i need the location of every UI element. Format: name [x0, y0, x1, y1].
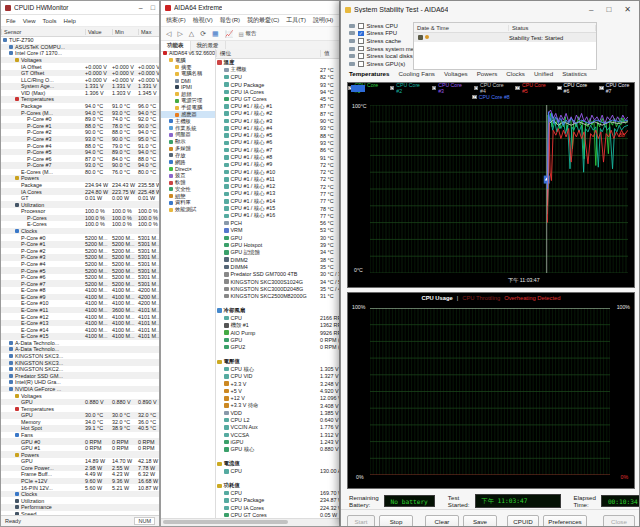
sensor-row[interactable]: GPU 記憶體34 °C	[216, 249, 339, 256]
table-row[interactable]: Core Power...2.98 W2.55 W7.78 W	[1, 465, 159, 472]
sensor-row[interactable]: CPU #1 / 核心 #1272 °C	[216, 183, 339, 190]
table-row[interactable]: GT0.01 W0.00 W0.01 W	[1, 195, 159, 202]
tree-item[interactable]: 感應器	[161, 111, 215, 118]
table-row[interactable]: E-Core #144100 M...4100 M...4101 M...	[1, 326, 159, 333]
cpuid-button[interactable]: CPUID	[507, 515, 539, 527]
sensor-row[interactable]: VDD1.385 V	[216, 409, 339, 416]
up-icon[interactable]: △	[188, 30, 195, 38]
tree-item[interactable]: 安全性	[161, 186, 215, 193]
table-row[interactable]: Powers	[1, 175, 159, 182]
sensor-row[interactable]: AIO Pump9926 RPM	[216, 329, 339, 336]
chart-icon[interactable]: 📈	[224, 30, 235, 38]
tree-item[interactable]: 資料庫	[161, 200, 215, 207]
sensor-row[interactable]: CPU Package93 °C	[216, 81, 339, 88]
tree-item[interactable]: 組態	[161, 193, 215, 200]
table-row[interactable]: Powers	[1, 451, 159, 458]
table-row[interactable]: P-Cores (M...94.0 °C93.0 °C94.0 °C	[1, 109, 159, 116]
sensor-row[interactable]: KINGSTON SKC3000D2048G35 °C / 44 °C	[216, 285, 339, 292]
legend-checkbox[interactable]: ✓	[515, 86, 520, 91]
tree-item[interactable]: 摘要	[161, 64, 215, 71]
tree-item[interactable]: AIDA64 v6.92.6600	[161, 50, 215, 57]
checkbox[interactable]	[358, 46, 364, 52]
sensor-row[interactable]: KINGSTON SKC2500M82000G31 °C	[216, 293, 339, 300]
tree-item[interactable]: 多媒體	[161, 145, 215, 152]
sensor-row[interactable]: CPU #1 / 核心 #1578 °C	[216, 205, 339, 212]
checkbox[interactable]	[358, 38, 364, 44]
table-row[interactable]: E-Core #124100 M...4100 M...4101 M...	[1, 313, 159, 320]
tree-item[interactable]: 顯示	[161, 138, 215, 145]
table-row[interactable]: Package234.94 W234.43 W235.58 W	[1, 182, 159, 189]
table-row[interactable]: P-Core #089.0 °C74.0 °C92.0 °C	[1, 116, 159, 123]
legend-checkbox[interactable]: ✓	[432, 86, 437, 91]
menu-item[interactable]: 我的最愛(C)	[247, 16, 279, 25]
table-row[interactable]: LLC/Ring O...+0.000 V+0.000 V+0.000 V	[1, 76, 159, 83]
table-row[interactable]: TUF-Z790	[1, 37, 159, 44]
legend-item[interactable]: ✓CPU Core #8	[472, 94, 509, 100]
sensor-row[interactable]: CPU #1 / 核心 #693 °C	[216, 139, 339, 146]
table-row[interactable]: Fans	[1, 432, 159, 439]
sensor-row[interactable]: GPU20 RPM (0%)	[216, 344, 339, 351]
sensor-row[interactable]: CPU #1 / 核心 #1477 °C	[216, 198, 339, 205]
sensor-row[interactable]: Predator SSD GM7000 4TB30 °C / 30 °C	[216, 271, 339, 278]
table-row[interactable]: Frame Buff...4.49 W4.23 W6.32 W	[1, 471, 159, 478]
table-row[interactable]: Clocks	[1, 228, 159, 235]
table-row[interactable]: Intel(R) UHD Gra...	[1, 379, 159, 386]
checkbox[interactable]: ✓	[358, 31, 364, 37]
sensor-row[interactable]: iGPU1.243 V	[216, 438, 339, 445]
sensor-row[interactable]: CPU #1 / 核心 #891 °C	[216, 154, 339, 161]
tree-item[interactable]: 效能測試	[161, 206, 215, 213]
table-row[interactable]: GPU14.89 W14.70 W42.18 W	[1, 458, 159, 465]
tree-item[interactable]: 電腦名稱	[161, 70, 215, 77]
legend-item[interactable]: ✓CPU Core #4	[474, 82, 509, 94]
tree-item[interactable]: IPMI	[161, 84, 215, 91]
sensor-row[interactable]: CPU #1 / 核心 #1677 °C	[216, 212, 339, 219]
aida64-titlebar[interactable]: AIDA64 Extreme	[161, 1, 339, 15]
table-row[interactable]: ASUSTeK COMPU...	[1, 44, 159, 51]
sensor-row[interactable]: CPU #1 / 核心 #1072 °C	[216, 168, 339, 175]
legend-item[interactable]: ✓CPU Core #5	[515, 82, 550, 94]
table-row[interactable]: KINGSTON SKC2...	[1, 366, 159, 373]
column-header[interactable]: 值	[320, 50, 339, 57]
legend-checkbox[interactable]: ✓	[599, 86, 604, 91]
sensor-row[interactable]: +5 V4.920 V	[216, 387, 339, 394]
column-header[interactable]: Date & Time	[414, 25, 509, 31]
table-row[interactable]: 16-PIN 12V...5.60 W5.21 W10.87 W	[1, 484, 159, 491]
table-row[interactable]: VID (Max)1.306 V1.303 V1.345 V	[1, 90, 159, 97]
table-row[interactable]: Performance	[1, 504, 159, 511]
table-row[interactable]: System Age...1.331 V1.331 V1.331 V	[1, 83, 159, 90]
table-row[interactable]: KINGSTON SKC3...	[1, 353, 159, 360]
refresh-icon[interactable]: ⟳	[199, 30, 207, 38]
menu-item[interactable]: 報告(R)	[220, 16, 240, 25]
sensor-row[interactable]: CPU82 °C	[216, 74, 339, 81]
tree-item[interactable]: 伺服器	[161, 132, 215, 139]
table-row[interactable]: P-Core #188.0 °C78.0 °C90.0 °C	[1, 123, 159, 130]
sensor-row[interactable]: CPU IA Cores224.32 W	[216, 504, 339, 511]
sensor-row[interactable]: CPU #1 / 核心 #287 °C	[216, 110, 339, 117]
column-header[interactable]: Status	[509, 25, 596, 31]
clear-button[interactable]: Clear	[425, 515, 459, 527]
table-row[interactable]: A-Data Technolo...	[1, 340, 159, 347]
sensor-row[interactable]: 機殼 #11362 RPM	[216, 322, 339, 329]
legend-item[interactable]: ✓CPU Core #7	[599, 82, 634, 94]
tab-unified[interactable]: Unified	[534, 70, 553, 77]
maximize-icon[interactable]: □	[606, 5, 611, 14]
table-row[interactable]: GT Offset+0.000 V+0.000 V+0.000 V	[1, 70, 159, 77]
horizontal-scrollbar[interactable]	[161, 518, 339, 526]
sensor-section-row[interactable]: 功耗值	[216, 482, 339, 489]
legend-item[interactable]: ✓CPU Core #2	[390, 82, 425, 94]
table-row[interactable]: Temperatures	[1, 405, 159, 412]
table-row[interactable]: GPU #00 RPM0 RPM0 RPM	[1, 438, 159, 445]
stability-test-titlebar[interactable]: System Stability Test - AIDA64 – □ ✕	[341, 1, 639, 18]
sensor-row[interactable]: CPU IA Cores94 °C	[216, 88, 339, 95]
close-button[interactable]: Close	[603, 515, 635, 527]
sensor-row[interactable]: VCCIN Aux1.776 V	[216, 424, 339, 431]
legend-item[interactable]: ✓CPU Core #3	[432, 82, 467, 94]
preferences-button[interactable]: Preferences	[543, 515, 587, 527]
sensor-row[interactable]: CPU Package234.87 W	[216, 497, 339, 504]
sensor-column-headers[interactable]: 欄位值	[216, 49, 339, 59]
table-row[interactable]: P-Core #393.0 °C90.0 °C95.0 °C	[1, 136, 159, 143]
sensor-row[interactable]: CPU #1 / 核心 #588 °C	[216, 132, 339, 139]
sensor-row[interactable]: CPU #1 / 核心 #390 °C	[216, 117, 339, 124]
table-row[interactable]: P-Core #05200 M...5200 M...5301 M...	[1, 234, 159, 241]
hwmonitor-column-headers[interactable]: SensorValueMinMax	[1, 27, 159, 37]
